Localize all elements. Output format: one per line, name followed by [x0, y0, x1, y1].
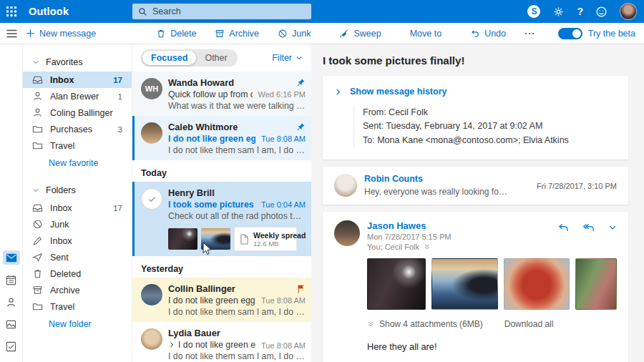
- folder-icon: [32, 140, 43, 151]
- collapsed-message-robin-counts[interactable]: Robin Counts Hey, everyone was really lo…: [323, 167, 628, 205]
- sender-name[interactable]: Jason Hawes: [367, 220, 451, 231]
- message-history-card: Show message history From: Cecil Folk Se…: [323, 76, 628, 160]
- sidebar-item-purchases[interactable]: Purchases 3: [23, 121, 132, 137]
- waffle-icon: [6, 6, 17, 17]
- message-row-caleb-whitmore[interactable]: Caleb Whitmore I do not like green eggs …: [132, 116, 311, 160]
- message-row-wanda-howard[interactable]: WH Wanda Howard Quick follow up from cha…: [132, 72, 311, 116]
- folder-item-label: Sent: [50, 253, 115, 263]
- photo-attachment[interactable]: [367, 258, 426, 310]
- photo-thumbnail[interactable]: [201, 228, 230, 250]
- sidebar-item-label: Alan Brewer: [50, 92, 111, 102]
- sidebar-item-coling-ballinger[interactable]: Coling Ballinger: [23, 104, 132, 121]
- thread-expander-chevron-icon[interactable]: [168, 341, 175, 348]
- sidebar-item-label: Coling Ballinger: [50, 108, 115, 118]
- pencil-icon: [32, 235, 43, 246]
- junk-button[interactable]: Junk: [278, 29, 311, 39]
- skype-icon[interactable]: S: [527, 5, 540, 18]
- reply-icon[interactable]: [558, 223, 569, 233]
- selected-check-icon[interactable]: [141, 188, 162, 210]
- pin-icon[interactable]: [296, 122, 306, 132]
- sweep-button[interactable]: Sweep: [339, 29, 381, 39]
- reply-all-icon[interactable]: [582, 223, 595, 233]
- more-commands-button[interactable]: ···: [525, 29, 536, 39]
- rail-people-button[interactable]: [3, 295, 20, 309]
- feedback-smiley-icon[interactable]: [595, 6, 608, 18]
- move-to-button[interactable]: Move to: [410, 29, 441, 39]
- archive-button[interactable]: Archive: [215, 29, 259, 39]
- chevron-down-icon: [296, 54, 303, 62]
- double-chevron-down-icon: [367, 321, 374, 328]
- folder-item-drafts[interactable]: Inbox: [23, 233, 132, 249]
- attachment-card[interactable]: Weekly spread 12.6 MB: [234, 227, 297, 251]
- sender-name: Collin Ballinger: [168, 283, 293, 294]
- account-avatar[interactable]: [620, 3, 637, 20]
- sidebar-item-inbox[interactable]: Inbox 17: [23, 72, 132, 88]
- folder-item-junk[interactable]: Junk: [23, 216, 132, 233]
- sender-name: Wanda Howard: [168, 77, 292, 88]
- rail-tasks-button[interactable]: [3, 339, 20, 353]
- folder-item-label: Inbox: [50, 236, 115, 246]
- try-beta-toggle[interactable]: [558, 28, 582, 39]
- search-box[interactable]: [132, 4, 311, 19]
- message-time: Tue 8:08 AM: [255, 134, 306, 143]
- chevron-down-icon[interactable]: [608, 223, 617, 232]
- undo-label: Undo: [484, 29, 506, 39]
- document-icon: [240, 234, 249, 245]
- new-folder-link[interactable]: New folder: [23, 315, 132, 333]
- filter-button[interactable]: Filter: [272, 53, 303, 63]
- folder-item-deleted[interactable]: Deleted: [23, 265, 132, 282]
- photo-attachment[interactable]: [504, 258, 570, 310]
- folder-item-label: Archive: [50, 285, 115, 295]
- inbox-icon: [32, 74, 43, 85]
- undo-button[interactable]: Undo: [470, 29, 506, 39]
- new-message-button[interactable]: New message: [26, 29, 96, 39]
- download-all-link[interactable]: Download all: [504, 319, 554, 329]
- message-list-header: Focused Other Filter: [132, 44, 311, 72]
- rail-calendar-button[interactable]: [3, 273, 20, 287]
- message-preview: What was it that we were talking about t…: [168, 101, 306, 111]
- sidebar-item-label: Purchases: [50, 124, 111, 134]
- collapse-sidebar-button[interactable]: [0, 29, 23, 38]
- message-subject: I do not like green eggs and: [178, 340, 255, 350]
- folder-item-archive[interactable]: Archive: [23, 282, 132, 298]
- rail-mail-button[interactable]: [3, 250, 20, 265]
- focus-tabs: Focused Other: [141, 49, 238, 67]
- search-input[interactable]: [152, 6, 306, 16]
- unread-count: 17: [113, 204, 122, 212]
- folder-item-inbox[interactable]: Inbox 17: [23, 200, 132, 216]
- settings-gear-icon[interactable]: [552, 6, 565, 18]
- show-attachments-link[interactable]: Show 4 attachments (6MB): [367, 319, 483, 329]
- folders-section-header[interactable]: Folders: [23, 181, 132, 200]
- app-launcher-button[interactable]: [0, 0, 23, 23]
- show-message-history-label: Show message history: [350, 87, 447, 97]
- photo-attachment[interactable]: [431, 258, 498, 310]
- new-favorite-link[interactable]: New favorite: [23, 154, 132, 172]
- person-icon: [32, 91, 43, 102]
- folder-item-travel[interactable]: Travel: [23, 298, 132, 315]
- message-time: Tue 8:08 AM: [255, 341, 306, 350]
- message-actions: [558, 220, 617, 251]
- sidebar-item-travel[interactable]: Travel: [23, 137, 132, 154]
- tab-other[interactable]: Other: [196, 51, 235, 65]
- help-icon[interactable]: ?: [577, 6, 583, 17]
- sidebar-item-label: Inbox: [50, 75, 106, 85]
- unread-count: 3: [118, 125, 122, 134]
- flag-icon[interactable]: [297, 284, 306, 293]
- show-message-history-link[interactable]: Show message history: [334, 87, 617, 97]
- rail-photos-button[interactable]: [3, 317, 20, 331]
- folder-item-sent[interactable]: Sent: [23, 249, 132, 265]
- sidebar-item-alan-brewer[interactable]: Alan Brewer 1: [23, 88, 132, 104]
- sweep-label: Sweep: [353, 29, 381, 39]
- recipients-line[interactable]: You; Cecil Folk: [367, 243, 451, 251]
- message-row-henry-brill[interactable]: Henry Brill I took some pictures finally…: [132, 182, 311, 256]
- favorites-section-header[interactable]: Favorites: [23, 53, 132, 72]
- pin-icon[interactable]: [296, 78, 306, 87]
- photo-thumbnail[interactable]: [168, 228, 197, 250]
- tab-focused[interactable]: Focused: [142, 51, 196, 65]
- photo-attachment[interactable]: [575, 258, 617, 310]
- person-icon: [32, 107, 43, 118]
- message-row-lydia-bauer[interactable]: Lydia Bauer I do not like green eggs and…: [132, 322, 311, 362]
- message-row-collin-ballinger[interactable]: Collin Ballinger I do not like green egg…: [132, 278, 311, 322]
- delete-button[interactable]: Delete: [156, 29, 196, 39]
- inline-attachments: Weekly spread 12.6 MB: [168, 227, 306, 251]
